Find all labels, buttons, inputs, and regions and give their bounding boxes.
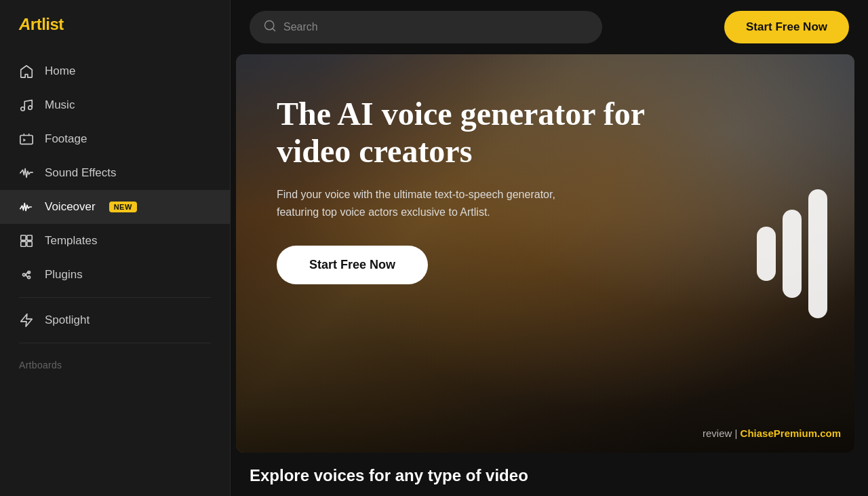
svg-rect-5 [21,242,26,246]
sidebar-item-label-plugins: Plugins [45,268,83,282]
wave-bar-1 [757,227,776,281]
templates-icon [19,233,34,248]
hero-title: The AI voice generator for video creator… [277,95,670,170]
hero-subtitle: Find your voice with the ultimate text-t… [277,186,561,221]
sidebar-item-footage[interactable]: Footage [0,122,230,156]
sidebar-item-music[interactable]: Music [0,88,230,122]
sidebar-item-label-sound-effects: Sound Effects [45,166,117,180]
main-content: Start Free Now The AI voice generator fo… [231,0,868,496]
wave-bar-3 [808,189,827,318]
bottom-section: Explore voices for any type of video [231,453,868,496]
logo[interactable]: Artlist [0,0,230,49]
sidebar-item-voiceover[interactable]: Voiceover NEW [0,190,230,224]
sidebar-item-plugins[interactable]: Plugins [0,258,230,292]
sidebar-item-label-music: Music [45,98,75,112]
sidebar-item-label-footage: Footage [45,132,87,146]
logo-text: Artlist [19,15,64,34]
sidebar-item-templates[interactable]: Templates [0,224,230,258]
hero-waves-graphic [757,189,827,318]
start-free-button-header[interactable]: Start Free Now [724,11,849,43]
voiceover-icon [19,199,34,214]
svg-rect-4 [27,235,32,240]
sidebar-item-label-voiceover: Voiceover [45,200,96,214]
new-badge: NEW [109,202,137,212]
sidebar: Artlist Home Music Footage [0,0,231,496]
sidebar-item-label-home: Home [45,64,75,78]
footage-icon [19,132,34,147]
hero-content: The AI voice generator for video creator… [236,54,711,325]
music-icon [19,98,34,113]
sidebar-divider [19,297,211,298]
home-icon [19,64,34,79]
hero-banner: The AI voice generator for video creator… [236,54,854,453]
spotlight-icon [19,313,34,328]
plugins-icon [19,267,34,282]
hero-cta-button[interactable]: Start Free Now [277,246,428,284]
sidebar-item-spotlight[interactable]: Spotlight [0,303,230,337]
sidebar-item-home[interactable]: Home [0,54,230,88]
search-input[interactable] [283,21,589,33]
sidebar-divider-2 [19,343,211,343]
sidebar-item-sound-effects[interactable]: Sound Effects [0,156,230,190]
search-icon [263,19,277,35]
wave-bar-2 [783,210,802,298]
explore-label: Explore voices for any type of video [250,466,528,484]
sidebar-item-label-spotlight: Spotlight [45,313,90,327]
header: Start Free Now [231,0,868,54]
svg-point-0 [21,107,25,111]
search-bar[interactable] [250,11,602,43]
svg-rect-2 [20,136,33,145]
artboards-section-label: Artboards [0,349,230,375]
sidebar-item-label-templates: Templates [45,234,97,248]
svg-marker-10 [21,314,33,326]
watermark: review | ChiasePremium.com [703,427,841,439]
sidebar-nav: Home Music Footage Sound Effects [0,49,230,496]
svg-rect-6 [27,242,32,246]
svg-rect-3 [21,235,26,240]
soundwave-icon [19,166,34,180]
